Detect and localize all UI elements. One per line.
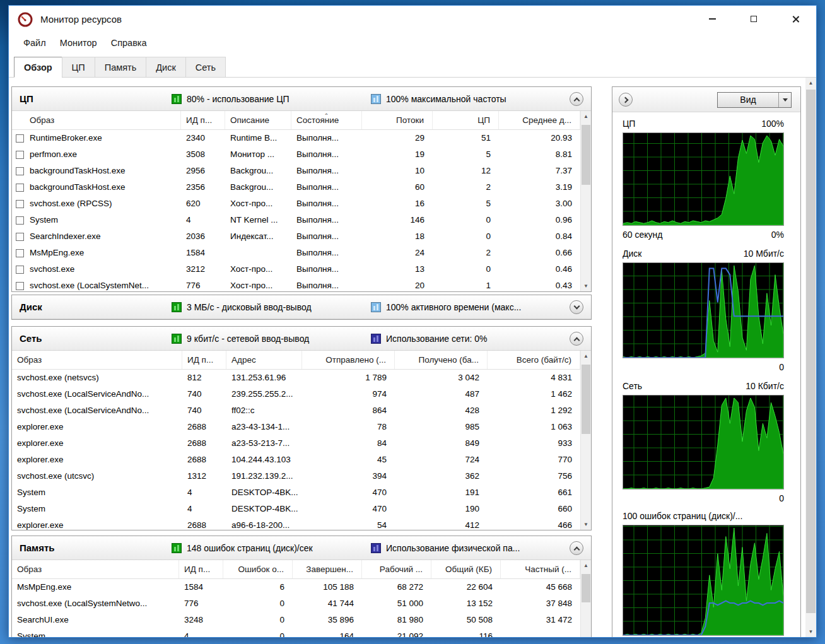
tab-memory[interactable]: Память [95,57,147,77]
memory-collapse-button[interactable] [570,541,583,555]
column-header-total[interactable]: Всего (байт/с) [488,351,580,369]
network-table-row[interactable]: svchost.exe (netsvcs) 812 131.253.61.96 … [12,370,580,386]
column-header-working-set[interactable]: Рабочий ... [362,560,431,578]
cpu-table-row[interactable]: System 4 NT Kernel ... Выполня... 146 0 … [12,212,580,228]
cpu-section-header[interactable]: ЦП 80% - использование ЦП 100% максималь… [12,87,591,111]
panel-expand-button[interactable] [619,93,633,107]
maximize-button[interactable] [733,6,775,32]
scroll-thumb[interactable] [582,365,590,434]
row-checkbox[interactable] [16,134,24,143]
tab-overview[interactable]: Обзор [14,57,62,78]
column-header-avg-cpu[interactable]: Среднее д... [499,111,580,129]
network-section-header[interactable]: Сеть 9 кбит/с - сетевой ввод-вывод Испол… [12,327,591,351]
menu-item[interactable]: Монитор [53,35,104,51]
row-checkbox[interactable] [16,184,24,192]
network-table-row[interactable]: explorer.exe 2688 104.244.43.103 45 724 … [12,452,580,468]
column-header-shareable[interactable]: Общий (КБ) [431,560,501,578]
memory-table-row[interactable]: SearchUI.exe 3248 0 35 896 81 980 50 508… [12,612,580,628]
scroll-up-button[interactable]: ▲ [581,351,591,361]
cpu-table-row[interactable]: backgroundTaskHost.exe 2956 Backgrou... … [12,163,580,179]
scroll-thumb[interactable] [582,574,590,602]
cpu-table-row[interactable]: SearchIndexer.exe 2036 Индексат... Выпол… [12,228,580,245]
cpu-table-row[interactable]: backgroundTaskHost.exe 2356 Backgrou... … [12,179,580,196]
cpu-table-row[interactable]: svchost.exe 3212 Хост-про... Выполня... … [12,261,580,278]
process-pid: 4 [182,501,226,517]
title-bar[interactable]: Монитор ресурсов [9,6,816,32]
row-checkbox[interactable] [16,216,24,225]
network-table-row[interactable]: System 4 DESKTOP-4BK... 470 191 661 [12,484,580,501]
row-checkbox[interactable] [16,233,24,241]
cpu-table-row[interactable]: RuntimeBroker.exe 2340 Runtime B... Выпо… [12,130,580,146]
column-header-cpu[interactable]: ЦП [433,111,499,129]
column-header-private[interactable]: Частный (... [501,560,580,578]
scroll-down-button[interactable]: ▼ [581,635,591,637]
memory-section-header[interactable]: Память 148 ошибок страниц (диск)/сек Исп… [12,536,591,560]
process-cpu: 2 [433,245,499,261]
column-header-pid[interactable]: ИД п... [181,111,225,129]
row-checkbox[interactable] [16,167,24,175]
tab-cpu[interactable]: ЦП [62,57,95,77]
memory-section-title: Память [20,536,55,560]
network-table-row[interactable]: svchost.exe (utcsvc) 1312 191.232.139.2.… [12,468,580,484]
disk-expand-button[interactable] [570,300,583,314]
column-header-image[interactable]: Образ [12,351,182,369]
memory-table-row[interactable]: System 4 0 164 21 092 116 [12,628,580,637]
row-checkbox[interactable] [16,266,24,274]
close-button[interactable] [775,6,816,32]
column-header-threads[interactable]: Потоки [362,111,433,129]
row-checkbox[interactable] [16,249,24,257]
menu-item[interactable]: Справка [104,35,154,51]
cpu-collapse-button[interactable] [570,92,583,106]
column-header-address[interactable]: Адрес [226,351,302,369]
network-collapse-button[interactable] [570,332,583,346]
network-table-row[interactable]: explorer.exe 2688 a23-43-134-1... 78 985… [12,419,580,435]
tab-network[interactable]: Сеть [185,57,226,77]
scroll-up-button[interactable]: ▲ [581,560,591,571]
column-header-pid[interactable]: ИД п... [179,560,223,578]
column-header-image[interactable]: Образ [12,111,181,129]
resource-monitor-window: Монитор ресурсов ФайлМониторСправка Обзо… [8,5,817,638]
scroll-up-button[interactable]: ▲ [805,78,816,88]
tab-disk[interactable]: Диск [146,57,186,77]
cpu-table-row[interactable]: perfmon.exe 3508 Монитор ... Выполня... … [12,146,580,163]
row-checkbox[interactable] [16,151,24,159]
network-table-row[interactable]: svchost.exe (LocalServiceAndNo... 740 23… [12,386,580,402]
network-table-row[interactable]: System 4 DESKTOP-4BK... 470 190 660 [12,501,580,517]
scroll-down-button[interactable]: ▼ [805,626,816,637]
scroll-thumb[interactable] [806,90,816,613]
cpu-table-row[interactable]: svchost.exe (RPCSS) 620 Хост-про... Выпо… [12,196,580,212]
memory-table-scrollbar[interactable]: ▲ ▼ [580,560,591,637]
bytes-total: 660 [488,501,580,517]
bytes-sent: 1 789 [302,370,395,386]
cpu-table-row[interactable]: MsMpEng.exe 1584 Выполня... 24 2 0.66 [12,245,580,261]
network-table-row[interactable]: explorer.exe 2688 a96-6-18-200... 54 412… [12,517,580,530]
row-checkbox[interactable] [16,200,24,208]
cpu-table-row[interactable]: svchost.exe (LocalSystemNet... 776 Хост-… [12,278,580,291]
scroll-thumb[interactable] [582,125,590,185]
column-header-hard-faults[interactable]: Ошибок о... [223,560,293,578]
minimize-button[interactable] [691,6,733,32]
memory-table-row[interactable]: MsMpEng.exe 1584 6 105 188 68 272 22 604… [12,579,580,595]
column-header-description[interactable]: Описание [225,111,291,129]
column-header-received[interactable]: Получено (ба... [395,351,488,369]
scroll-down-button[interactable]: ▼ [581,519,591,530]
view-button[interactable]: Вид [717,92,792,108]
column-header-image[interactable]: Образ [12,560,179,578]
network-table-row[interactable]: explorer.exe 2688 a23-53-213-7... 84 849… [12,435,580,452]
cpu-table-scrollbar[interactable]: ▲ ▼ [580,111,591,291]
scroll-down-button[interactable]: ▼ [581,281,591,291]
view-dropdown-arrow[interactable] [778,93,791,107]
network-table-row[interactable]: svchost.exe (LocalServiceAndNo... 740 ff… [12,402,580,419]
scroll-up-button[interactable]: ▲ [581,111,591,122]
memory-table-row[interactable]: svchost.exe (LocalSystemNetwo... 776 0 4… [12,595,580,612]
row-checkbox[interactable] [16,282,24,290]
process-cpu: 0 [433,212,499,228]
disk-section-header[interactable]: Диск 3 МБ/с - дисковый ввод-вывод 100% а… [12,295,591,319]
column-header-pid[interactable]: ИД п... [182,351,226,369]
menu-item[interactable]: Файл [16,35,53,51]
column-header-sent[interactable]: Отправлено (... [302,351,395,369]
overview-scrollbar[interactable]: ▲ ▼ [805,78,816,637]
column-header-commit[interactable]: Завершен... [293,560,362,578]
column-header-status[interactable]: ˆСостояние [291,111,362,129]
network-table-scrollbar[interactable]: ▲ ▼ [580,351,591,530]
